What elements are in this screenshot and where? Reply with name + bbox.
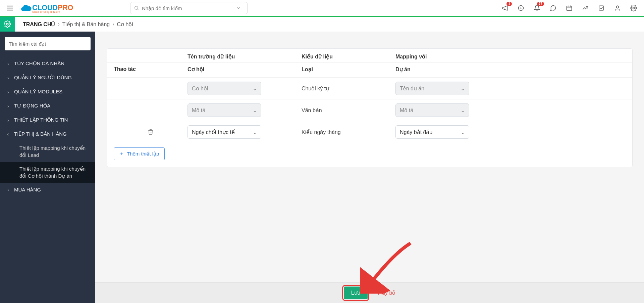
- save-button[interactable]: Lưu: [344, 287, 368, 299]
- mapping-select: Mô tả⌄: [395, 103, 469, 117]
- select-value: Mô tả: [192, 107, 206, 114]
- chevron-down-icon: ⌄: [461, 107, 465, 114]
- col-opportunity: Cơ hội: [187, 66, 302, 73]
- calendar-icon[interactable]: [566, 4, 573, 12]
- chevron-icon: ›: [7, 61, 11, 67]
- cloud-icon: [20, 2, 32, 14]
- sidebar-item-label: TIẾP THỊ & BÁN HÀNG: [14, 131, 67, 137]
- breadcrumb-sep: ›: [112, 21, 114, 27]
- breadcrumb-l1[interactable]: Tiếp thị & Bán hàng: [62, 21, 110, 28]
- select-value: Ngày chốt thực tế: [192, 129, 235, 135]
- chevron-down-icon: [236, 5, 241, 11]
- announcement-icon[interactable]: 1: [501, 4, 508, 12]
- topbar-actions: 1 77: [501, 4, 641, 12]
- sidebar-item-label: TỰ ĐỘNG HÓA: [14, 103, 50, 109]
- table-row: Mô tả⌄Văn bảnMô tả⌄: [107, 99, 632, 121]
- col-type: Loại: [302, 66, 395, 73]
- table-row: Cơ hội⌄Chuỗi ký tựTên dự án⌄: [107, 78, 632, 99]
- mapping-select[interactable]: Ngày bắt đầu⌄: [395, 125, 469, 139]
- sidebar-item-label: QUẢN LÝ MODULES: [14, 89, 62, 95]
- svg-rect-12: [599, 6, 603, 10]
- chevron-icon: ›: [7, 75, 11, 81]
- chevron-down-icon: ⌄: [253, 107, 257, 114]
- mapping-card: Tên trường dữ liệu Kiểu dữ liệu Mapping …: [107, 48, 633, 167]
- sidebar-item[interactable]: ›THIẾT LẬP THÔNG TIN: [0, 113, 95, 127]
- col-action: Thao tác: [114, 66, 187, 73]
- chevron-down-icon: ⌄: [253, 85, 257, 92]
- sidebar-item-label: QUẢN LÝ NGƯỜI DÙNG: [14, 75, 72, 81]
- settings-sidebar: ›TÙY CHỌN CÁ NHÂN›QUẢN LÝ NGƯỜI DÙNG›QUẢ…: [0, 32, 95, 303]
- table-row: Ngày chốt thực tế⌄Kiểu ngày thángNgày bắ…: [107, 121, 632, 143]
- select-value: Cơ hội: [192, 85, 208, 92]
- sidebar-sub-item[interactable]: Thiết lập mapping khi chuyển đổi Cơ hội …: [0, 162, 95, 183]
- announcement-badge: 1: [506, 2, 512, 6]
- notification-badge: 77: [537, 2, 544, 6]
- sidebar-item[interactable]: ›TÙY CHỌN CÁ NHÂN: [0, 56, 95, 71]
- breadcrumb: TRANG CHỦ › Tiếp thị & Bán hàng › Cơ hội: [15, 21, 133, 28]
- footer-action-bar: Lưu Hủy bỏ: [95, 282, 644, 303]
- chevron-down-icon: ⌄: [253, 129, 257, 135]
- field-select: Cơ hội⌄: [187, 82, 261, 95]
- field-select: Mô tả⌄: [187, 103, 261, 117]
- logo-text-cloud: CLOUD: [32, 3, 58, 12]
- select-value: Ngày bắt đầu: [400, 129, 432, 135]
- col-field-name: Tên trường dữ liệu: [187, 53, 302, 60]
- sidebar-item-label: MUA HÀNG: [14, 187, 41, 192]
- field-select[interactable]: Ngày chốt thực tế⌄: [187, 125, 261, 139]
- data-type-value: Kiểu ngày tháng: [302, 129, 395, 135]
- sidebar-search-input[interactable]: [5, 37, 91, 50]
- delete-row-button[interactable]: [114, 129, 187, 135]
- chevron-icon: ⌄: [6, 132, 12, 136]
- sidebar-item[interactable]: ⌄TIẾP THỊ & BÁN HÀNG: [0, 127, 95, 141]
- analytics-icon[interactable]: [582, 4, 589, 12]
- menu-toggle[interactable]: [3, 1, 17, 15]
- chat-icon[interactable]: [549, 4, 557, 12]
- breadcrumb-row: TRANG CHỦ › Tiếp thị & Bán hàng › Cơ hội: [0, 17, 644, 32]
- data-type-value: Văn bản: [302, 107, 395, 114]
- sidebar-item[interactable]: ›QUẢN LÝ MODULES: [0, 85, 95, 99]
- settings-panel-button[interactable]: [0, 17, 15, 32]
- main-area: Tên trường dữ liệu Kiểu dữ liệu Mapping …: [95, 32, 644, 303]
- search-icon: [134, 5, 139, 11]
- select-value: Tên dự án: [400, 85, 424, 92]
- svg-point-13: [616, 6, 619, 8]
- chevron-icon: ›: [7, 187, 11, 192]
- svg-line-4: [138, 9, 139, 10]
- logo-text-pro: PRO: [58, 3, 73, 12]
- data-type-value: Chuỗi ký tự: [302, 85, 395, 92]
- task-icon[interactable]: [598, 4, 605, 12]
- chevron-down-icon: ⌄: [461, 85, 465, 92]
- sidebar-item[interactable]: ›TỰ ĐỘNG HÓA: [0, 99, 95, 113]
- settings-icon[interactable]: [630, 4, 637, 12]
- chevron-icon: ›: [7, 103, 11, 109]
- svg-point-15: [6, 23, 8, 25]
- global-search[interactable]: [130, 2, 248, 14]
- sidebar-item[interactable]: ›MUA HÀNG: [0, 183, 95, 197]
- col-mapping: Mapping với: [395, 53, 626, 60]
- sidebar-item-label: TÙY CHỌN CÁ NHÂN: [14, 60, 64, 67]
- sidebar-item-label: THIẾT LẬP THÔNG TIN: [14, 117, 68, 123]
- sidebar-item[interactable]: ›QUẢN LÝ NGƯỜI DÙNG: [0, 71, 95, 85]
- col-data-type: Kiểu dữ liệu: [302, 53, 395, 60]
- breadcrumb-sep: ›: [58, 21, 59, 27]
- sidebar-sub-item[interactable]: Thiết lập mapping khi chuyển đổi Lead: [0, 141, 95, 162]
- breadcrumb-l2[interactable]: Cơ hội: [117, 21, 133, 28]
- cancel-link[interactable]: Hủy bỏ: [378, 290, 395, 296]
- user-icon[interactable]: [614, 4, 621, 12]
- svg-point-14: [633, 7, 635, 9]
- add-setting-button[interactable]: Thêm thiết lập: [114, 147, 165, 160]
- svg-rect-8: [567, 6, 572, 10]
- add-icon[interactable]: [517, 4, 525, 12]
- logo[interactable]: CLOUDPRO Cloud CRM by Industry: [20, 1, 73, 15]
- top-bar: CLOUDPRO Cloud CRM by Industry 1 77: [0, 0, 644, 17]
- col-project: Dự án: [395, 66, 626, 73]
- search-input[interactable]: [142, 5, 236, 11]
- notification-icon[interactable]: 77: [533, 4, 541, 12]
- select-value: Mô tả: [400, 107, 414, 114]
- svg-point-3: [135, 6, 138, 9]
- chevron-icon: ›: [7, 89, 11, 95]
- chevron-down-icon: ⌄: [461, 129, 465, 135]
- add-setting-label: Thêm thiết lập: [127, 151, 159, 157]
- breadcrumb-home[interactable]: TRANG CHỦ: [23, 21, 55, 28]
- chevron-icon: ›: [7, 117, 11, 123]
